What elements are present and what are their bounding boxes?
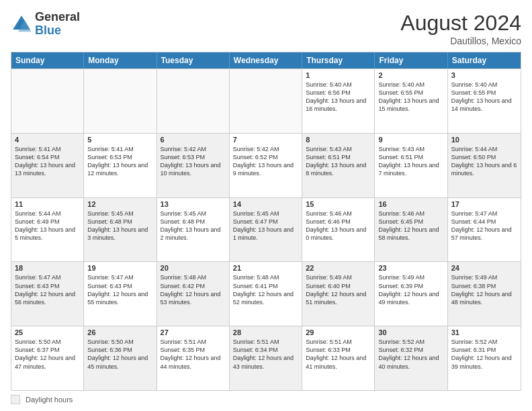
cal-header-wednesday: Wednesday	[230, 52, 302, 68]
day-number: 1	[306, 71, 371, 79]
day-number: 19	[87, 264, 152, 272]
cal-cell: 8Sunrise: 5:43 AM Sunset: 6:51 PM Daylig…	[302, 134, 375, 197]
day-info: Sunrise: 5:46 AM Sunset: 6:46 PM Dayligh…	[306, 210, 371, 242]
subtitle: Dautillos, Mexico	[400, 36, 521, 46]
day-info: Sunrise: 5:51 AM Sunset: 6:35 PM Dayligh…	[161, 338, 226, 371]
day-number: 31	[451, 328, 517, 336]
day-info: Sunrise: 5:43 AM Sunset: 6:51 PM Dayligh…	[378, 145, 443, 178]
day-info: Sunrise: 5:40 AM Sunset: 6:55 PM Dayligh…	[378, 81, 443, 113]
cal-cell: 27Sunrise: 5:51 AM Sunset: 6:35 PM Dayli…	[157, 326, 230, 390]
day-number: 29	[306, 328, 371, 336]
cal-header-sunday: Sunday	[11, 52, 84, 68]
day-info: Sunrise: 5:41 AM Sunset: 6:53 PM Dayligh…	[87, 145, 152, 178]
cal-cell: 23Sunrise: 5:49 AM Sunset: 6:39 PM Dayli…	[375, 262, 447, 326]
cal-cell: 19Sunrise: 5:47 AM Sunset: 6:43 PM Dayli…	[84, 262, 157, 326]
day-number: 8	[306, 136, 371, 144]
cal-cell: 6Sunrise: 5:42 AM Sunset: 6:53 PM Daylig…	[157, 134, 230, 197]
day-info: Sunrise: 5:42 AM Sunset: 6:52 PM Dayligh…	[233, 145, 298, 178]
cal-cell	[157, 69, 230, 133]
legend-label: Daylight hours	[26, 396, 73, 404]
day-info: Sunrise: 5:51 AM Sunset: 6:33 PM Dayligh…	[306, 338, 371, 371]
day-number: 4	[15, 136, 80, 144]
day-info: Sunrise: 5:44 AM Sunset: 6:49 PM Dayligh…	[15, 210, 80, 242]
day-number: 2	[378, 71, 443, 79]
cal-cell: 7Sunrise: 5:42 AM Sunset: 6:52 PM Daylig…	[230, 134, 302, 197]
legend: Daylight hours	[11, 395, 521, 404]
cal-cell: 30Sunrise: 5:52 AM Sunset: 6:32 PM Dayli…	[375, 326, 447, 390]
cal-cell: 4Sunrise: 5:41 AM Sunset: 6:54 PM Daylig…	[11, 134, 84, 197]
day-number: 15	[306, 200, 371, 208]
cal-cell: 31Sunrise: 5:52 AM Sunset: 6:31 PM Dayli…	[448, 326, 521, 390]
day-info: Sunrise: 5:42 AM Sunset: 6:53 PM Dayligh…	[161, 145, 226, 178]
cal-cell: 9Sunrise: 5:43 AM Sunset: 6:51 PM Daylig…	[375, 134, 447, 197]
cal-cell	[84, 69, 157, 133]
day-number: 14	[233, 200, 298, 208]
day-number: 23	[378, 264, 443, 272]
day-info: Sunrise: 5:48 AM Sunset: 6:42 PM Dayligh…	[161, 273, 226, 306]
cal-cell: 24Sunrise: 5:49 AM Sunset: 6:38 PM Dayli…	[448, 262, 521, 326]
cal-cell: 11Sunrise: 5:44 AM Sunset: 6:49 PM Dayli…	[11, 198, 84, 262]
day-number: 13	[161, 200, 226, 208]
day-number: 28	[233, 328, 298, 336]
day-info: Sunrise: 5:45 AM Sunset: 6:48 PM Dayligh…	[87, 210, 152, 242]
cal-cell: 14Sunrise: 5:45 AM Sunset: 6:47 PM Dayli…	[230, 198, 302, 262]
day-number: 25	[15, 328, 80, 336]
legend-shaded-box	[11, 395, 20, 404]
cal-cell: 22Sunrise: 5:49 AM Sunset: 6:40 PM Dayli…	[302, 262, 375, 326]
day-number: 5	[87, 136, 152, 144]
cal-header-thursday: Thursday	[302, 52, 375, 68]
day-info: Sunrise: 5:47 AM Sunset: 6:44 PM Dayligh…	[451, 210, 517, 242]
calendar-header: SundayMondayTuesdayWednesdayThursdayFrid…	[11, 52, 521, 68]
cal-week-3: 11Sunrise: 5:44 AM Sunset: 6:49 PM Dayli…	[11, 197, 521, 262]
cal-week-2: 4Sunrise: 5:41 AM Sunset: 6:54 PM Daylig…	[11, 133, 521, 197]
page: General Blue August 2024 Dautillos, Mexi…	[0, 0, 532, 411]
cal-cell: 28Sunrise: 5:51 AM Sunset: 6:34 PM Dayli…	[230, 326, 302, 390]
day-info: Sunrise: 5:50 AM Sunset: 6:37 PM Dayligh…	[15, 338, 80, 371]
cal-header-monday: Monday	[84, 52, 157, 68]
day-info: Sunrise: 5:52 AM Sunset: 6:31 PM Dayligh…	[451, 338, 517, 371]
day-number: 20	[161, 264, 226, 272]
header: General Blue August 2024 Dautillos, Mexi…	[11, 11, 521, 46]
cal-cell: 21Sunrise: 5:48 AM Sunset: 6:41 PM Dayli…	[230, 262, 302, 326]
day-info: Sunrise: 5:48 AM Sunset: 6:41 PM Dayligh…	[233, 273, 298, 306]
cal-cell	[230, 69, 302, 133]
logo-text: General Blue	[35, 11, 80, 38]
day-info: Sunrise: 5:49 AM Sunset: 6:39 PM Dayligh…	[378, 273, 443, 306]
day-info: Sunrise: 5:52 AM Sunset: 6:32 PM Dayligh…	[378, 338, 443, 371]
cal-cell: 29Sunrise: 5:51 AM Sunset: 6:33 PM Dayli…	[302, 326, 375, 390]
cal-header-tuesday: Tuesday	[157, 52, 230, 68]
day-number: 12	[87, 200, 152, 208]
cal-cell: 18Sunrise: 5:47 AM Sunset: 6:43 PM Dayli…	[11, 262, 84, 326]
day-info: Sunrise: 5:40 AM Sunset: 6:56 PM Dayligh…	[306, 81, 371, 113]
day-info: Sunrise: 5:41 AM Sunset: 6:54 PM Dayligh…	[15, 145, 80, 178]
day-number: 26	[87, 328, 152, 336]
day-number: 17	[451, 200, 517, 208]
cal-cell: 1Sunrise: 5:40 AM Sunset: 6:56 PM Daylig…	[302, 69, 375, 133]
day-info: Sunrise: 5:49 AM Sunset: 6:38 PM Dayligh…	[451, 273, 517, 306]
day-number: 18	[15, 264, 80, 272]
day-info: Sunrise: 5:46 AM Sunset: 6:45 PM Dayligh…	[378, 210, 443, 242]
cal-week-1: 1Sunrise: 5:40 AM Sunset: 6:56 PM Daylig…	[11, 68, 521, 133]
cal-cell: 25Sunrise: 5:50 AM Sunset: 6:37 PM Dayli…	[11, 326, 84, 390]
cal-cell: 3Sunrise: 5:40 AM Sunset: 6:55 PM Daylig…	[448, 69, 521, 133]
calendar: SundayMondayTuesdayWednesdayThursdayFrid…	[11, 52, 521, 391]
day-number: 27	[161, 328, 226, 336]
logo-general-text: General	[35, 11, 80, 24]
cal-cell: 17Sunrise: 5:47 AM Sunset: 6:44 PM Dayli…	[448, 198, 521, 262]
day-info: Sunrise: 5:45 AM Sunset: 6:48 PM Dayligh…	[161, 210, 226, 242]
title-block: August 2024 Dautillos, Mexico	[400, 11, 521, 46]
cal-cell: 15Sunrise: 5:46 AM Sunset: 6:46 PM Dayli…	[302, 198, 375, 262]
day-number: 9	[378, 136, 443, 144]
day-number: 21	[233, 264, 298, 272]
cal-cell: 2Sunrise: 5:40 AM Sunset: 6:55 PM Daylig…	[375, 69, 447, 133]
cal-week-4: 18Sunrise: 5:47 AM Sunset: 6:43 PM Dayli…	[11, 261, 521, 326]
day-number: 11	[15, 200, 80, 208]
day-info: Sunrise: 5:51 AM Sunset: 6:34 PM Dayligh…	[233, 338, 298, 371]
logo-icon	[11, 13, 32, 35]
day-number: 6	[161, 136, 226, 144]
day-info: Sunrise: 5:49 AM Sunset: 6:40 PM Dayligh…	[306, 273, 371, 306]
day-number: 24	[451, 264, 517, 272]
cal-header-saturday: Saturday	[448, 52, 521, 68]
day-info: Sunrise: 5:43 AM Sunset: 6:51 PM Dayligh…	[306, 145, 371, 178]
day-info: Sunrise: 5:47 AM Sunset: 6:43 PM Dayligh…	[15, 273, 80, 306]
